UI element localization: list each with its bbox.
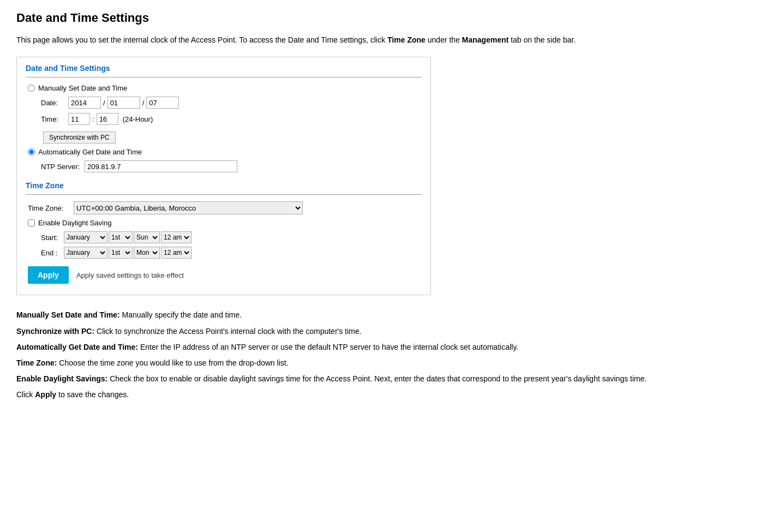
ntp-server-input[interactable] — [85, 160, 237, 172]
timezone-label: Time Zone: — [28, 204, 74, 212]
desc-manually: Manually Set Date and Time: Manually spe… — [16, 308, 749, 322]
start-day-select[interactable]: SunMonTueWed ThuFriSat — [134, 231, 160, 243]
end-label: End : — [41, 249, 64, 257]
apply-hint: Apply saved settings to take effect — [76, 271, 184, 279]
date-year-input[interactable] — [68, 97, 101, 109]
auto-radio[interactable] — [28, 148, 35, 156]
start-label: Start: — [41, 234, 64, 242]
time-minute-input[interactable] — [97, 113, 118, 125]
manually-label: Manually Set Date and Time — [38, 84, 127, 92]
timezone-row: Time Zone: UTC+00:00 Gambia, Liberia, Mo… — [26, 201, 422, 214]
dst-label: Enable Daylight Saving — [38, 219, 111, 227]
date-row: Date: / / — [26, 97, 422, 109]
desc-dst: Enable Daylight Savings: Check the box t… — [16, 372, 749, 386]
desc-apply: Click Apply to save the changes. — [16, 388, 749, 402]
auto-label: Automatically Get Date and Time — [38, 148, 142, 156]
end-day-select[interactable]: SunMonTueWed ThuFriSat — [134, 247, 160, 259]
dst-checkbox-row[interactable]: Enable Daylight Saving — [26, 219, 422, 227]
timezone-section-title: Time Zone — [26, 181, 422, 190]
settings-box: Date and Time Settings Manually Set Date… — [16, 57, 431, 295]
sync-row: Synchronize with PC — [26, 129, 422, 144]
desc-auto-term: Automatically Get Date and Time: — [16, 343, 138, 351]
desc-dst-def: Check the box to enable or disable dayli… — [110, 374, 647, 383]
date-sep2: / — [142, 99, 145, 107]
end-week-select[interactable]: 1st2nd3rd4thLast — [109, 247, 133, 259]
desc-sync-def: Click to synchronize the Access Point's … — [97, 327, 361, 336]
timezone-divider — [26, 194, 422, 195]
dst-checkbox[interactable] — [28, 219, 35, 226]
date-sep1: / — [103, 99, 105, 107]
desc-dst-term: Enable Daylight Savings: — [16, 374, 107, 383]
desc-timezone-def: Choose the time zone you would like to u… — [59, 358, 288, 367]
intro-bold-timezone: Time Zone — [387, 35, 426, 44]
sync-pc-button[interactable]: Synchronize with PC — [43, 131, 116, 144]
time-format-label: (24-Hour) — [123, 115, 153, 123]
intro-text-part2: under the — [426, 35, 462, 44]
desc-auto: Automatically Get Date and Time: Enter t… — [16, 340, 749, 354]
intro-text-part1: This page allows you to set the internal… — [16, 35, 387, 44]
start-week-select[interactable]: 1st2nd3rd4thLast — [109, 231, 133, 243]
desc-sync: Synchronize with PC: Click to synchroniz… — [16, 325, 749, 338]
manually-radio[interactable] — [28, 85, 35, 92]
desc-timezone: Time Zone: Choose the time zone you woul… — [16, 356, 749, 370]
desc-apply-bold: Apply — [35, 390, 56, 399]
timezone-section: Time Zone Time Zone: UTC+00:00 Gambia, L… — [26, 181, 422, 259]
date-day-input[interactable] — [146, 97, 179, 109]
date-label: Date: — [41, 99, 68, 107]
desc-sync-term: Synchronize with PC: — [16, 327, 94, 336]
time-sep: : — [92, 115, 94, 123]
start-time-select[interactable]: 12 am1 am2 am3 am 4 am5 am6 am7 am 8 am9… — [161, 231, 192, 243]
time-hour-input[interactable] — [68, 113, 90, 125]
dst-end-row: End : JanuaryFebruaryMarchApril MayJuneJ… — [26, 247, 422, 259]
intro-paragraph: This page allows you to set the internal… — [16, 34, 749, 46]
time-row: Time: : (24-Hour) — [26, 113, 422, 125]
end-time-select[interactable]: 12 am1 am2 am3 am 4 am5 am6 am7 am 8 am9… — [161, 247, 192, 259]
apply-button[interactable]: Apply — [28, 266, 69, 284]
manually-radio-row[interactable]: Manually Set Date and Time — [26, 84, 422, 92]
time-label: Time: — [41, 115, 68, 123]
desc-timezone-term: Time Zone: — [16, 358, 57, 367]
desc-manually-term: Manually Set Date and Time: — [16, 310, 120, 319]
dst-start-row: Start: JanuaryFebruaryMarchApril MayJune… — [26, 231, 422, 243]
divider — [26, 77, 422, 77]
date-month-input[interactable] — [107, 97, 140, 109]
page-title: Date and Time Settings — [16, 11, 749, 25]
desc-apply-prefix: Click — [16, 390, 35, 399]
ntp-label: NTP Server: — [41, 163, 85, 171]
intro-text-part3: tab on the side bar. — [509, 35, 576, 44]
apply-section: Apply Apply saved settings to take effec… — [26, 266, 422, 284]
desc-apply-suffix: to save the changes. — [56, 390, 129, 399]
end-month-select[interactable]: JanuaryFebruaryMarchApril MayJuneJulyAug… — [64, 247, 107, 259]
ntp-row: NTP Server: — [26, 160, 422, 172]
timezone-select[interactable]: UTC+00:00 Gambia, Liberia, Morocco — [74, 201, 303, 214]
auto-radio-row[interactable]: Automatically Get Date and Time — [26, 148, 422, 156]
description-section: Manually Set Date and Time: Manually spe… — [16, 308, 749, 402]
intro-bold-management: Management — [462, 35, 509, 44]
desc-manually-def: Manually specify the date and time. — [122, 310, 241, 319]
desc-auto-def: Enter the IP address of an NTP server or… — [140, 343, 518, 351]
settings-box-title: Date and Time Settings — [26, 64, 422, 73]
start-month-select[interactable]: JanuaryFebruaryMarchApril MayJuneJulyAug… — [64, 231, 107, 243]
